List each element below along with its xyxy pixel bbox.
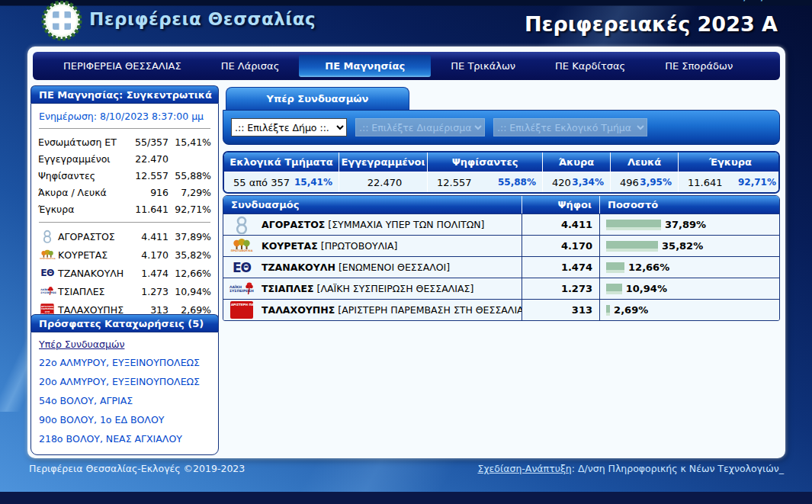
recent-entry-link[interactable]: 218o ΒΟΛΟΥ, ΝΕΑΣ ΑΓΧΙΑΛΟΥ: [38, 429, 211, 448]
column-header: Εγγεγραμμένοι: [339, 152, 427, 172]
site-title: Περιφέρεια Θεσσαλίας: [89, 9, 316, 29]
nav-tab-perifereia-thessalias[interactable]: ΠΕΡΙΦΕΡΕΙΑ ΘΕΣΣΑΛΙΑΣ: [43, 60, 201, 72]
filter-bar: .:: Επιλέξτε Δήμο ::. .:: Επιλέξτε Διαμέ…: [223, 110, 780, 145]
developer-credit: Σχεδίαση-Ανάπτυξη: Δ/νση Πληροφορικής κ …: [477, 463, 784, 474]
candidate-row: ΕΘ ΤΖΑΝΑΚΟΥΛΗ 1.474 12,66%: [38, 264, 211, 282]
percentage-bar: [606, 284, 622, 294]
main-content: Υπέρ Συνδυασμών .:: Επιλέξτε Δήμο ::. .:…: [223, 87, 780, 321]
laiki-syspeirosi-logo-icon: ΛΑΪΚΗ ΣΥΣΠΕΙΡΩΣΗ: [38, 284, 56, 299]
kouretas-party-logo-icon: ΠΡΩΤΟΒΟΥΛΙΑ: [228, 236, 255, 255]
stat-row: Εγγεγραμμένοι 22.470: [38, 150, 211, 167]
column-header: Εκλογικά Τμήματα: [224, 152, 339, 172]
divider: [39, 128, 210, 129]
nav-tab-pe-magnisias[interactable]: ΠΕ Μαγνησίας: [299, 55, 431, 77]
column-header: Λευκά: [611, 152, 678, 172]
column-header: Άκυρα: [543, 152, 610, 172]
recent-entry-link[interactable]: 54o ΒΟΛΟΥ, ΑΓΡΙΑΣ: [38, 391, 211, 410]
summary-cell: 12.55755,88%: [428, 172, 542, 192]
stat-row: Άκυρα / Λευκά 916 7,29%: [38, 184, 211, 201]
summary-cell: 4203,34%: [543, 172, 610, 192]
recent-entries-title: Πρόσφατες Καταχωρήσεις (5): [30, 314, 219, 332]
agorastos-party-logo-icon: [38, 229, 56, 244]
result-row: ΑΓΟΡΑΣΤΟΣ [ΣΥΜΜΑΧΙΑ ΥΠΕΡ ΤΩΝ ΠΟΛΙΤΩΝ] 4.…: [223, 213, 779, 235]
bottom-strip: [0, 492, 812, 504]
summary-cell: 4963,95%: [611, 172, 678, 192]
result-row: ΛΑΪΚΗ ΣΥΣΠΕΙΡΩΣΗ ΤΣΙΑΠΛΕΣ [ΛΑΪΚΗ ΣΥΣΠΕΙΡ…: [223, 278, 779, 299]
summary-stats-table: Εκλογικά Τμήματα Εγγεγραμμένοι Ψηφίσαντε…: [223, 151, 780, 194]
stat-row: Έγκυρα 11.641 92,71%: [38, 201, 211, 217]
nav-tab-pe-trikalon[interactable]: ΠΕ Τρικάλων: [431, 60, 535, 72]
candidate-row: ΛΑΪΚΗ ΣΥΣΠΕΙΡΩΣΗ ΤΣΙΑΠΛΕΣ 1.273 10,94%: [38, 282, 211, 300]
municipality-select[interactable]: .:: Επιλέξτε Δήμο ::.: [231, 118, 347, 136]
summary-cell: 22.470: [339, 172, 427, 192]
recent-entry-link[interactable]: 90o ΒΟΛΟΥ, 1o ΕΔ ΒΟΛΟΥ: [38, 410, 211, 429]
candidate-row: ΠΡΩΤΟΒΟΥΛΙΑ ΚΟΥΡΕΤΑΣ 4.170 35,82%: [38, 246, 211, 264]
result-row: ΑΡΙΣΤΕΡΗ ΠΑΡΕΜΒΑΣΗ ΣΤΗ ΘΕΣΣΑΛΙΑ ΤΑΛΑΧΟΥΠ…: [223, 299, 779, 320]
clipped-date: 8/10/2023: [737, 0, 792, 4]
results-table-header: Συνδυασμός Ψήφοι Ποσοστό: [223, 196, 779, 213]
summary-cell: 11.64192,71%: [679, 172, 780, 192]
agorastos-party-logo-icon: [228, 215, 255, 234]
laiki-syspeirosi-logo-icon: ΛΑΪΚΗ ΣΥΣΠΕΙΡΩΣΗ: [228, 279, 255, 298]
divider: [39, 222, 210, 223]
greek-coat-of-arms-logo: [40, 1, 84, 45]
enomenoi-thessaloi-logo-icon: ΕΘ: [228, 258, 255, 277]
page-title: Περιφερειακές 2023 Α: [525, 12, 778, 36]
district-select: .:: Επιλέξτε Διαμέρισμα ::.: [355, 118, 485, 136]
main-navigation: ΠΕΡΙΦΕΡΕΙΑ ΘΕΣΣΑΛΙΑΣ ΠΕ Λάρισας ΠΕ Μαγνη…: [33, 52, 780, 80]
stat-row: Ψηφίσαντες 12.557 55,88%: [38, 167, 211, 184]
summary-cell: 55 από 35715,41%: [224, 172, 339, 192]
copyright-text: Περιφέρεια Θεσσαλίας-Εκλογές ©2019-2023: [29, 463, 245, 474]
tab-yper-syndyasmon[interactable]: Υπέρ Συνδυασμών: [226, 87, 409, 110]
percentage-bar: [606, 220, 661, 230]
stat-row: Ενσωμάτωση ΕΤ 55/357 15,41%: [38, 133, 211, 150]
percentage-bar: [606, 305, 610, 316]
nav-tab-pe-larisas[interactable]: ΠΕ Λάρισας: [201, 60, 300, 72]
column-header: Ψηφίσαντες: [428, 152, 542, 172]
recent-entries-panel: Πρόσφατες Καταχωρήσεις (5) Υπέρ Συνδυασμ…: [30, 314, 219, 455]
summary-panel: ΠΕ Μαγνησίας: Συγκεντρωτικά Ενημέρωση: 8…: [30, 85, 219, 326]
polling-station-select: .:: Επιλέξτε Εκλογικό Τμήμα ::.: [493, 118, 647, 136]
recent-entries-subtitle: Υπέρ Συνδυασμών: [38, 337, 211, 353]
kouretas-party-logo-icon: ΠΡΩΤΟΒΟΥΛΙΑ: [38, 247, 56, 262]
results-table: Συνδυασμός Ψήφοι Ποσοστό ΑΓΟΡΑΣΤΟΣ [ΣΥΜΜ…: [223, 195, 780, 321]
enomenoi-thessaloi-logo-icon: ΕΘ: [38, 265, 56, 281]
design-development-link[interactable]: Σχεδίαση-Ανάπτυξη: [477, 463, 571, 474]
recent-entry-link[interactable]: 20o ΑΛΜΥΡΟΥ, ΕΥΞΕΙΝΟΥΠΟΛΕΩΣ: [38, 372, 211, 391]
aristeri-paremvasi-logo-icon: ΑΡΙΣΤΕΡΗ ΠΑΡΕΜΒΑΣΗ ΣΤΗ ΘΕΣΣΑΛΙΑ: [228, 300, 255, 319]
summary-panel-title: ΠΕ Μαγνησίας: Συγκεντρωτικά: [30, 85, 219, 103]
nav-tab-pe-sporadon[interactable]: ΠΕ Σποράδων: [645, 60, 753, 72]
candidate-row: ΑΓΟΡΑΣΤΟΣ 4.411 37,89%: [38, 227, 211, 246]
column-header: Έγκυρα: [679, 152, 780, 172]
percentage-bar: [606, 241, 658, 252]
recent-entry-link[interactable]: 22o ΑΛΜΥΡΟΥ, ΕΥΞΕΙΝΟΥΠΟΛΕΩΣ: [38, 353, 211, 372]
update-timestamp: Ενημέρωση: 8/10/2023 8:37:00 μμ: [38, 108, 211, 124]
percentage-bar: [606, 262, 624, 273]
result-row: ΕΘ ΤΖΑΝΑΚΟΥΛΗ [ΕΝΩΜΕΝΟΙ ΘΕΣΣΑΛΟΙ] 1.474 …: [223, 256, 779, 278]
content-wrapper: ΠΕΡΙΦΕΡΕΙΑ ΘΕΣΣΑΛΙΑΣ ΠΕ Λάρισας ΠΕ Μαγνη…: [27, 47, 785, 458]
nav-tab-pe-karditsas[interactable]: ΠΕ Καρδίτσας: [535, 60, 645, 72]
result-row: ΠΡΩΤΟΒΟΥΛΙΑ ΚΟΥΡΕΤΑΣ [ΠΡΩΤΟΒΟΥΛΙΑ] 4.170…: [223, 235, 779, 256]
